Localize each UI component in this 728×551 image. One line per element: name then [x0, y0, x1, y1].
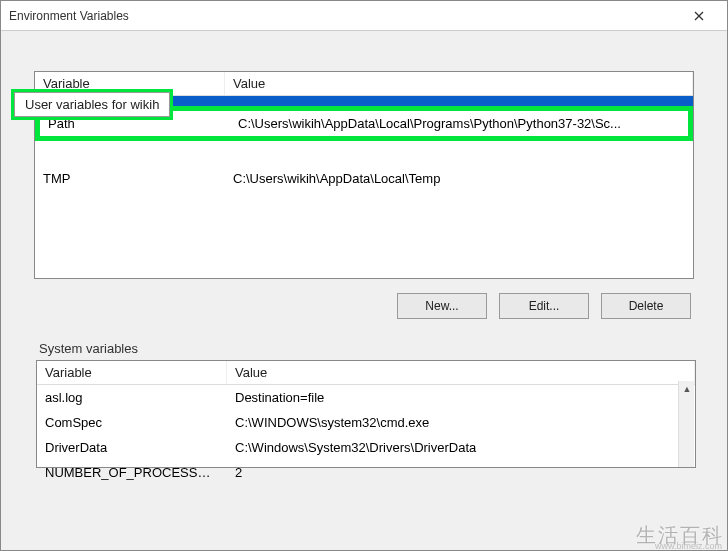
cell-val: C:\Users\wikih\AppData\Local\Temp [225, 168, 693, 189]
col-header-value[interactable]: Value [227, 361, 695, 384]
titlebar: Environment Variables [1, 1, 727, 31]
table-row[interactable]: asl.log Destination=file [37, 385, 695, 410]
col-header-variable[interactable]: Variable [37, 361, 227, 384]
close-icon [694, 11, 704, 21]
cell-val: C:\Windows\System32\Drivers\DriverData [227, 437, 695, 458]
cell-val: C:\Users\wikih\AppData\Local\Programs\Py… [230, 113, 688, 134]
delete-button[interactable]: Delete [601, 293, 691, 319]
cell-var: ComSpec [37, 412, 227, 433]
user-vars-label: User variables for wikih [14, 92, 170, 117]
cell-var [35, 143, 225, 164]
cell-val [225, 98, 693, 104]
cell-var: DriverData [37, 437, 227, 458]
new-button[interactable]: New... [397, 293, 487, 319]
cell-val: 2 [227, 462, 695, 483]
table-row-blurred[interactable] [35, 141, 693, 166]
system-vars-list[interactable]: Variable Value asl.log Destination=file … [36, 360, 696, 468]
user-vars-buttons: New... Edit... Delete [17, 279, 711, 333]
cell-val: Destination=file [227, 387, 695, 408]
dialog-content: User variables for wikih Variable Value … [1, 31, 727, 550]
cell-var: TMP [35, 168, 225, 189]
table-row[interactable]: NUMBER_OF_PROCESSORS 2 [37, 460, 695, 485]
system-vars-header: Variable Value [37, 361, 695, 385]
cell-val [225, 143, 693, 164]
table-row[interactable]: DriverData C:\Windows\System32\Drivers\D… [37, 435, 695, 460]
edit-button[interactable]: Edit... [499, 293, 589, 319]
scrollbar[interactable]: ▲ [678, 381, 694, 467]
col-header-value[interactable]: Value [225, 72, 693, 95]
cell-val: C:\WINDOWS\system32\cmd.exe [227, 412, 695, 433]
system-vars-group: System variables Variable Value asl.log … [35, 341, 697, 468]
table-row-tmp[interactable]: TMP C:\Users\wikih\AppData\Local\Temp [35, 166, 693, 191]
cell-var: asl.log [37, 387, 227, 408]
window-title: Environment Variables [9, 9, 679, 23]
scroll-up-icon[interactable]: ▲ [679, 381, 695, 397]
cell-var: NUMBER_OF_PROCESSORS [37, 462, 227, 483]
system-vars-label: System variables [39, 341, 697, 356]
table-row[interactable]: ComSpec C:\WINDOWS\system32\cmd.exe [37, 410, 695, 435]
close-button[interactable] [679, 2, 719, 30]
user-vars-label-highlight: User variables for wikih [11, 89, 173, 120]
env-vars-dialog: Environment Variables User variables for… [0, 0, 728, 551]
